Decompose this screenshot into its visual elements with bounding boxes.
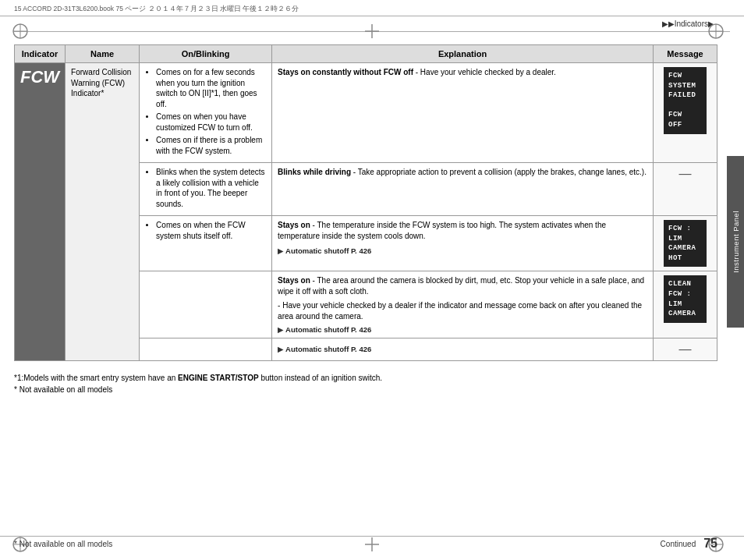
explanation-cell-4: Stays on - The area around the camera is… xyxy=(272,271,654,338)
footnote-2: * Not available on all models xyxy=(14,384,717,395)
auto-shutoff-3: ▶ Automatic shutoff P. 426 xyxy=(278,345,647,353)
ob-item-4: Blinks when the system detects a likely … xyxy=(156,167,266,209)
explanation-4-text-2: - Have your vehicle checked by a dealer … xyxy=(278,300,647,322)
exp3-bold: Stays on xyxy=(278,221,310,229)
shutoff-icon-3: ▶ xyxy=(278,346,283,353)
explanation-cell-1: Stays on constantly without FCW off - Ha… xyxy=(272,63,654,163)
message-display-4: CLEANFCW :LIMCAMERA xyxy=(664,275,707,322)
ob-item-2: Comes on when you have customized FCW to… xyxy=(156,112,266,133)
on-blinking-cell-4 xyxy=(140,271,272,338)
exp3-rest: - The temperature inside the FCW system … xyxy=(278,221,606,240)
page-number: 75 xyxy=(703,537,717,551)
message-dash-2: — xyxy=(679,342,692,356)
footnote-text-2: button instead of an ignition switch. xyxy=(259,374,382,382)
center-top-decoration xyxy=(363,22,381,41)
explanation-2-text: Blinks while driving - Take appropriate … xyxy=(278,167,647,178)
message-display-3: FCW :LIMCAMERAHOT xyxy=(664,220,707,267)
shutoff-text-3: Automatic shutoff P. 426 xyxy=(285,345,371,353)
on-blinking-cell-3: Comes on when the FCW system shuts itsel… xyxy=(140,216,272,271)
exp4-text2: - Have your vehicle checked by a dealer … xyxy=(278,301,642,321)
table-row-fcw: FCW Forward Collision Warning (FCW) Indi… xyxy=(15,63,717,163)
shutoff-icon-1: ▶ xyxy=(278,247,283,255)
exp1-rest: - Have your vehicle checked by a dealer. xyxy=(416,68,556,76)
page-footer: * Not available on all models Continued … xyxy=(0,536,744,551)
message-cell-3: FCW :LIMCAMERAHOT xyxy=(654,216,717,271)
corner-decoration-tl xyxy=(11,22,30,41)
exp2-bold: Blinks while driving xyxy=(278,168,351,176)
fcw-name-cell: Forward Collision Warning (FCW) Indicato… xyxy=(66,63,140,361)
on-blinking-cell-5 xyxy=(140,338,272,361)
ob-item-5: Comes on when the FCW system shuts itsel… xyxy=(156,220,266,241)
exp4-rest: - The area around the camera is blocked … xyxy=(278,276,644,296)
info-table: Indicator Name On/Blinking Explanation M… xyxy=(14,44,717,361)
side-tab-label: Instrument Panel xyxy=(732,211,740,273)
on-blinking-cell-2: Blinks when the system detects a likely … xyxy=(140,163,272,216)
col-header-name: Name xyxy=(66,45,140,63)
instrument-panel-tab: Instrument Panel xyxy=(727,156,744,328)
col-header-explanation: Explanation xyxy=(272,45,654,63)
header-file-info: 15 ACCORD 2D-31T3L6200.book 75 ページ ２０１４年… xyxy=(14,5,299,14)
exp1-bold: Stays on constantly without FCW off xyxy=(278,68,413,76)
col-header-onblinking: On/Blinking xyxy=(140,45,272,63)
auto-shutoff-2: ▶ Automatic shutoff P. 426 xyxy=(278,325,647,334)
col-header-message: Message xyxy=(654,45,717,63)
exp4-bold: Stays on xyxy=(278,276,310,285)
explanation-cell-2: Blinks while driving - Take appropriate … xyxy=(272,163,654,216)
explanation-3-text: Stays on - The temperature inside the FC… xyxy=(278,220,647,242)
fcw-indicator-cell: FCW xyxy=(15,63,66,361)
auto-shutoff-1: ▶ Automatic shutoff P. 426 xyxy=(278,246,647,255)
corner-decoration-tr xyxy=(707,22,725,41)
footnote-text-1: *1:Models with the smart entry system ha… xyxy=(14,374,178,382)
footer-left-text: * Not available on all models xyxy=(14,540,112,548)
shutoff-text-2: Automatic shutoff P. 426 xyxy=(285,325,371,334)
page-header: 15 ACCORD 2D-31T3L6200.book 75 ページ ２０１４年… xyxy=(0,0,744,16)
message-dash-1: — xyxy=(679,167,692,180)
footnote-area: *1:Models with the smart entry system ha… xyxy=(0,367,744,399)
footnote-bold: ENGINE START/STOP xyxy=(178,374,259,382)
message-cell-1: FCWSYSTEMFAILEDFCWOFF xyxy=(654,63,717,163)
explanation-cell-5: ▶ Automatic shutoff P. 426 xyxy=(272,338,654,361)
explanation-4-text-1: Stays on - The area around the camera is… xyxy=(278,275,647,297)
fcw-name-text: Forward Collision Warning (FCW) Indicato… xyxy=(71,68,131,97)
ob-item-1: Comes on for a few seconds when you turn… xyxy=(156,67,266,109)
main-content: Indicator Name On/Blinking Explanation M… xyxy=(0,38,744,367)
col-header-indicator: Indicator xyxy=(15,45,66,63)
message-cell-2: — xyxy=(654,163,717,216)
ob-item-3: Comes on if there is a problem with the … xyxy=(156,135,266,156)
message-cell-5: — xyxy=(654,338,717,361)
message-cell-4: CLEANFCW :LIMCAMERA xyxy=(654,271,717,338)
footnote-text-3: * Not available on all models xyxy=(14,385,112,394)
footnote-1: *1:Models with the smart entry system ha… xyxy=(14,372,717,384)
message-display-1: FCWSYSTEMFAILEDFCWOFF xyxy=(664,67,707,134)
fcw-label: FCW xyxy=(20,67,59,87)
explanation-cell-3: Stays on - The temperature inside the FC… xyxy=(272,216,654,271)
shutoff-text-1: Automatic shutoff P. 426 xyxy=(285,246,371,255)
explanation-1-text: Stays on constantly without FCW off - Ha… xyxy=(278,67,647,78)
footer-continued: Continued xyxy=(661,540,696,548)
exp2-rest: - Take appropriate action to prevent a c… xyxy=(353,168,647,176)
on-blinking-cell-1: Comes on for a few seconds when you turn… xyxy=(140,63,272,163)
shutoff-icon-2: ▶ xyxy=(278,326,283,334)
footer-right: Continued 75 xyxy=(661,537,717,551)
